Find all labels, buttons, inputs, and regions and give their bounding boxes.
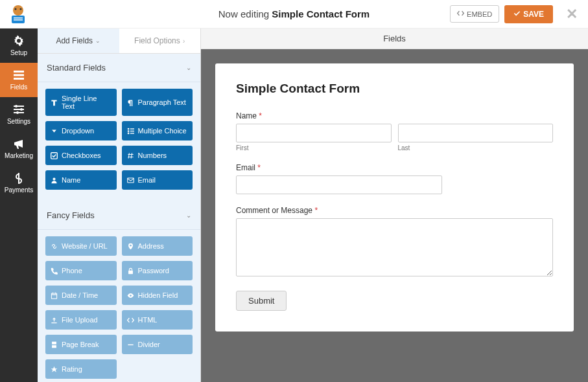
tab-add-fields[interactable]: Add Fields ⌄: [38, 28, 119, 53]
main-tab-fields[interactable]: Fields: [201, 28, 588, 49]
svg-rect-6: [14, 71, 24, 73]
svg-rect-24: [128, 270, 133, 274]
submit-button[interactable]: Submit: [236, 291, 287, 311]
field-comment[interactable]: Comment or Message *: [236, 206, 553, 279]
mail-icon: [127, 177, 134, 184]
field-email[interactable]: Email *: [236, 163, 553, 194]
field-type-single-line-text[interactable]: Single Line Text: [45, 89, 117, 116]
field-type-phone[interactable]: Phone: [45, 261, 117, 280]
last-sublabel: Last: [398, 144, 554, 152]
dollar-icon: [13, 172, 25, 184]
field-type-hidden-field[interactable]: Hidden Field: [122, 286, 193, 305]
field-type-multiple-choice[interactable]: Multiple Choice: [122, 121, 193, 140]
svg-rect-27: [52, 345, 56, 348]
form-canvas-area: Simple Contact Form Name * First Last: [201, 49, 588, 382]
field-type-name[interactable]: Name: [45, 170, 117, 190]
now-editing-text: Now editing: [218, 8, 269, 19]
save-button[interactable]: SAVE: [504, 5, 553, 23]
chevron-down-icon: ⌄: [186, 64, 191, 71]
tab-field-options[interactable]: Field Options ›: [119, 28, 201, 53]
field-type-rating[interactable]: Rating: [45, 359, 117, 379]
svg-point-12: [15, 105, 18, 107]
rows-icon: [13, 69, 25, 81]
field-type-website-url[interactable]: Website / URL: [45, 236, 117, 256]
top-bar: Now editing Simple Contact Form EMBED SA…: [0, 0, 588, 28]
link-icon: [51, 243, 58, 250]
last-name-input[interactable]: [398, 124, 554, 142]
svg-rect-5: [14, 19, 23, 21]
lock-icon: [127, 267, 134, 275]
user-icon: [51, 177, 58, 184]
caret-icon: [51, 128, 58, 135]
fields-sidebar: Add Fields ⌄ Field Options › Standard Fi…: [38, 28, 201, 382]
svg-rect-23: [127, 178, 134, 183]
email-input[interactable]: [236, 175, 442, 194]
email-label: Email *: [236, 163, 553, 172]
name-label: Name *: [236, 111, 553, 120]
chevron-right-icon: ›: [183, 37, 185, 45]
sliders-icon: [13, 104, 25, 115]
svg-point-2: [20, 8, 22, 10]
field-name[interactable]: Name * First Last: [236, 111, 553, 152]
field-type-divider[interactable]: Divider: [122, 335, 193, 354]
text-icon: [51, 99, 58, 106]
bullhorn-icon: [13, 138, 25, 150]
field-type-email[interactable]: Email: [122, 170, 193, 190]
nav-settings[interactable]: Settings: [0, 97, 38, 131]
field-type-password[interactable]: Password: [122, 261, 193, 280]
svg-point-15: [127, 128, 129, 129]
field-type-address[interactable]: Address: [122, 236, 193, 256]
svg-rect-4: [14, 17, 23, 19]
page-icon: [51, 341, 58, 348]
nav-payments[interactable]: Payments: [0, 166, 38, 200]
form-preview[interactable]: Simple Contact Form Name * First Last: [215, 63, 574, 331]
svg-point-13: [20, 108, 23, 111]
field-type-numbers[interactable]: Numbers: [122, 146, 193, 165]
svg-point-14: [16, 111, 19, 114]
svg-rect-8: [14, 78, 24, 80]
paragraph-icon: [127, 99, 134, 106]
chevron-down-icon: ⌄: [95, 38, 100, 44]
svg-rect-21: [51, 152, 58, 159]
svg-rect-7: [14, 74, 24, 76]
list-icon: [127, 128, 134, 135]
group-standard-fields[interactable]: Standard Fields⌄: [38, 54, 200, 82]
comment-label: Comment or Message *: [236, 206, 553, 215]
nav-marketing[interactable]: Marketing: [0, 131, 38, 166]
field-type-dropdown[interactable]: Dropdown: [45, 121, 117, 140]
svg-point-0: [13, 5, 23, 16]
field-type-html[interactable]: HTML: [122, 310, 193, 330]
code-icon: [127, 317, 134, 324]
form-name-text: Simple Contact Form: [272, 8, 370, 19]
nav-setup[interactable]: Setup: [0, 28, 38, 63]
check-icon: [51, 152, 58, 159]
svg-point-19: [127, 132, 129, 134]
embed-button[interactable]: EMBED: [450, 5, 499, 23]
field-type-paragraph-text[interactable]: Paragraph Text: [122, 89, 193, 116]
minus-icon: [127, 341, 134, 348]
svg-point-17: [127, 130, 129, 132]
close-icon[interactable]: ✕: [558, 6, 580, 23]
svg-rect-20: [130, 133, 134, 133]
svg-rect-25: [51, 293, 56, 298]
svg-rect-28: [128, 344, 133, 344]
field-type-file-upload[interactable]: File Upload: [45, 310, 117, 330]
first-sublabel: First: [236, 144, 392, 152]
calendar-icon: [51, 292, 58, 299]
app-logo: [8, 4, 29, 25]
field-type-checkboxes[interactable]: Checkboxes: [45, 146, 117, 165]
svg-point-1: [15, 8, 17, 10]
comment-textarea[interactable]: [236, 218, 553, 276]
check-icon: [513, 10, 521, 19]
chevron-down-icon: ⌄: [186, 212, 191, 219]
field-type-date-time[interactable]: Date / Time: [45, 286, 117, 305]
field-type-page-break[interactable]: Page Break: [45, 335, 117, 354]
svg-point-22: [53, 177, 55, 180]
pin-icon: [127, 243, 134, 250]
hash-icon: [127, 152, 134, 159]
nav-fields[interactable]: Fields: [0, 63, 38, 97]
upload-icon: [51, 317, 58, 324]
first-name-input[interactable]: [236, 124, 392, 142]
left-nav: SetupFieldsSettingsMarketingPayments: [0, 28, 38, 382]
group-fancy-fields[interactable]: Fancy Fields⌄: [38, 201, 200, 230]
